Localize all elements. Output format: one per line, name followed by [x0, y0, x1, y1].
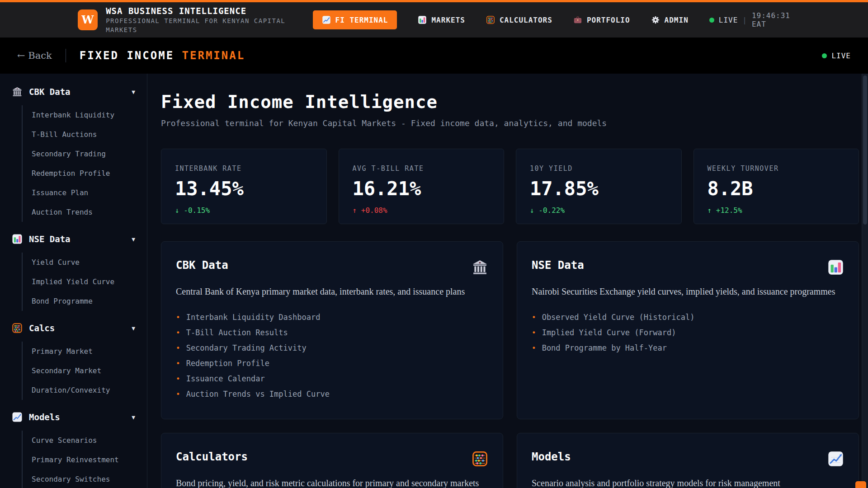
nav-item-fi-terminal[interactable]: FI TERMINAL	[313, 10, 397, 29]
stat-delta: ↓ -0.15%	[175, 206, 313, 215]
bullet-icon: •	[532, 344, 536, 352]
nav-item-markets[interactable]: MARKETS	[418, 15, 465, 24]
section-card-description: Bond pricing, yield, and risk metric cal…	[176, 478, 488, 488]
page-subtitle: Professional terminal for Kenyan Capital…	[161, 118, 859, 128]
nav-item-label: PORTFOLIO	[587, 16, 630, 24]
sidebar-item-issuance-plan[interactable]: Issuance Plan	[23, 183, 147, 202]
nav-item-calculators[interactable]: CALCULATORS	[486, 15, 552, 24]
chevron-down-icon: ▼	[132, 236, 135, 243]
abacus-icon	[12, 323, 23, 333]
section-card-item: •Auction Trends vs Implied Curve	[176, 386, 488, 402]
bullet-icon: •	[532, 328, 536, 337]
sidebar-section-items: Curve ScenariosPrimary ReinvestmentSecon…	[22, 431, 147, 488]
stat-label: INTERBANK RATE	[175, 164, 313, 173]
subheader-live-label: LIVE	[831, 52, 851, 60]
section-card-models[interactable]: Models Scenario analysis and portfolio s…	[517, 433, 859, 488]
stat-delta: ↑ +0.08%	[353, 206, 491, 215]
main-panel: Fixed Income Intelligence Professional t…	[147, 74, 868, 488]
sidebar-item-implied-yield-curve[interactable]: Implied Yield Curve	[23, 272, 147, 291]
section-card-items: •Interbank Liquidity Dashboard•T-Bill Au…	[176, 310, 488, 402]
section-card-cbk-data[interactable]: CBK Data Central Bank of Kenya primary m…	[161, 241, 503, 419]
section-card-calculators[interactable]: Calculators Bond pricing, yield, and ris…	[161, 433, 503, 488]
sidebar-section-items: Yield CurveImplied Yield CurveBond Progr…	[22, 253, 147, 311]
sidebar-item-secondary-market[interactable]: Secondary Market	[23, 361, 147, 380]
bullet-icon: •	[176, 390, 180, 399]
section-cards-grid: CBK Data Central Bank of Kenya primary m…	[161, 241, 859, 488]
back-button[interactable]: ← Back	[17, 50, 52, 61]
stat-card-avg-t-bill-rate: AVG T-BILL RATE 16.21% ↑ +0.08%	[339, 149, 505, 224]
stat-label: 10Y YIELD	[530, 164, 668, 173]
section-card-item-label: Auction Trends vs Implied Curve	[186, 389, 330, 399]
sidebar-section-models[interactable]: Models ▼	[0, 404, 147, 430]
live-status: LIVE | 19:46:31 EAT	[709, 11, 790, 28]
sidebar-item-primary-market[interactable]: Primary Market	[23, 342, 147, 361]
app-title: WSA BUSINESS INTELLIGENCE	[106, 5, 312, 17]
brand-block: W WSA BUSINESS INTELLIGENCE PROFESSIONAL…	[78, 5, 313, 35]
sidebar-section-calcs[interactable]: Calcs ▼	[0, 315, 147, 341]
chevron-down-icon: ▼	[132, 89, 135, 95]
stat-value: 16.21%	[353, 179, 491, 198]
corner-badge[interactable]	[855, 481, 866, 488]
stat-delta: ↓ -0.22%	[530, 206, 668, 215]
bullet-icon: •	[176, 359, 180, 368]
content-area: CBK Data ▼ Interbank LiquidityT-Bill Auc…	[0, 74, 868, 488]
nav-item-admin[interactable]: ADMIN	[651, 15, 689, 24]
live-dot-icon	[822, 53, 827, 58]
sidebar-section-items: Primary MarketSecondary MarketDuration/C…	[22, 342, 147, 400]
nav-item-portfolio[interactable]: PORTFOLIO	[573, 15, 630, 24]
sidebar-item-duration-convexity[interactable]: Duration/Convexity	[23, 380, 147, 400]
sidebar-section: Models ▼ Curve ScenariosPrimary Reinvest…	[0, 404, 147, 488]
sidebar-section-label: NSE Data	[29, 234, 132, 244]
sidebar-item-yield-curve[interactable]: Yield Curve	[23, 253, 147, 272]
terminal-title: FIXED INCOME TERMINAL	[80, 49, 245, 62]
sidebar-item-secondary-switches[interactable]: Secondary Switches	[23, 469, 147, 488]
section-card-item-label: Bond Programme by Half-Year	[542, 343, 667, 352]
section-card-item-label: T-Bill Auction Results	[186, 328, 288, 337]
terminal-subheader: ← Back FIXED INCOME TERMINAL LIVE	[0, 38, 868, 74]
sidebar-section-cbk-data[interactable]: CBK Data ▼	[0, 79, 147, 104]
sidebar-section: Calcs ▼ Primary MarketSecondary MarketDu…	[0, 315, 147, 400]
live-separator: |	[742, 16, 747, 24]
chart-increasing-icon	[322, 15, 331, 24]
bullet-icon: •	[532, 313, 536, 322]
abacus-icon	[486, 15, 495, 24]
terminal-title-main: FIXED INCOME	[80, 49, 174, 62]
subheader-live: LIVE	[822, 52, 851, 60]
scrollbar-track[interactable]	[862, 74, 868, 488]
section-card-description: Nairobi Securities Exchange yield curves…	[532, 286, 844, 297]
sidebar: CBK Data ▼ Interbank LiquidityT-Bill Auc…	[0, 74, 147, 488]
sidebar-item-bond-programme[interactable]: Bond Programme	[23, 291, 147, 311]
app-header: W WSA BUSINESS INTELLIGENCE PROFESSIONAL…	[0, 2, 868, 38]
stat-cards-row: INTERBANK RATE 13.45% ↓ -0.15% AVG T-BIL…	[161, 149, 859, 224]
section-card-nse-data[interactable]: NSE Data Nairobi Securities Exchange yie…	[517, 241, 859, 419]
sidebar-item-t-bill-auctions[interactable]: T-Bill Auctions	[23, 125, 147, 144]
stat-label: AVG T-BILL RATE	[353, 164, 491, 173]
sidebar-item-primary-reinvestment[interactable]: Primary Reinvestment	[23, 450, 147, 469]
bullet-icon: •	[176, 328, 180, 337]
nav-item-label: MARKETS	[431, 16, 465, 24]
bar-chart-icon	[827, 259, 844, 276]
scrollbar-thumb[interactable]	[863, 75, 867, 225]
live-clock: 19:46:31 EAT	[752, 11, 790, 28]
nav-item-label: FI TERMINAL	[335, 16, 388, 24]
sidebar-item-curve-scenarios[interactable]: Curve Scenarios	[23, 431, 147, 450]
stat-value: 17.85%	[530, 179, 668, 198]
section-card-item-label: Secondary Trading Activity	[186, 343, 307, 352]
section-card-item: •T-Bill Auction Results	[176, 325, 488, 340]
section-card-item-label: Redemption Profile	[186, 359, 269, 368]
section-card-item-label: Issuance Calendar	[186, 374, 265, 383]
sidebar-section: CBK Data ▼ Interbank LiquidityT-Bill Auc…	[0, 79, 147, 222]
chevron-down-icon: ▼	[132, 414, 135, 421]
bar-chart-icon	[418, 15, 427, 24]
sidebar-item-redemption-profile[interactable]: Redemption Profile	[23, 164, 147, 183]
section-card-item: •Implied Yield Curve (Forward)	[532, 325, 844, 340]
stat-card-interbank-rate: INTERBANK RATE 13.45% ↓ -0.15%	[161, 149, 327, 224]
section-card-description: Central Bank of Kenya primary market dat…	[176, 286, 488, 297]
sidebar-item-secondary-trading[interactable]: Secondary Trading	[23, 144, 147, 164]
briefcase-icon	[573, 15, 582, 24]
sidebar-item-auction-trends[interactable]: Auction Trends	[23, 202, 147, 222]
section-card-item: •Secondary Trading Activity	[176, 340, 488, 356]
sidebar-item-interbank-liquidity[interactable]: Interbank Liquidity	[23, 105, 147, 125]
app-subtitle: PROFESSIONAL TERMINAL FOR KENYAN CAPITAL…	[106, 17, 312, 34]
sidebar-section-nse-data[interactable]: NSE Data ▼	[0, 226, 147, 252]
